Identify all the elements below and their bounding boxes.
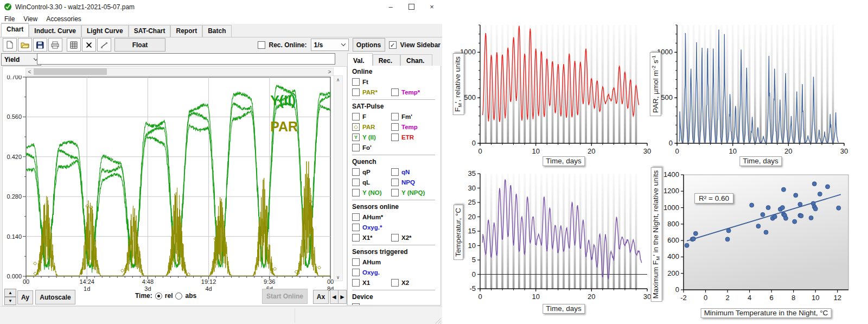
- sidebar-item-par[interactable]: ◇PAR: [352, 123, 391, 131]
- tab-induct-curve[interactable]: Induct. Curve: [29, 25, 81, 37]
- checkbox[interactable]: [352, 113, 360, 120]
- checkbox[interactable]: [352, 224, 360, 231]
- float-button[interactable]: Float: [114, 38, 165, 52]
- sidebar-item-x1[interactable]: X1: [352, 279, 391, 287]
- menu-view[interactable]: View: [19, 15, 42, 23]
- sidebar-item-fo[interactable]: Fo': [352, 144, 391, 151]
- checkbox[interactable]: [391, 234, 399, 242]
- tab-batch[interactable]: Batch: [202, 25, 231, 37]
- sidebar-item-batt[interactable]: Batt.: [352, 303, 391, 306]
- series-formula-input[interactable]: [37, 53, 335, 65]
- maximize-button[interactable]: [401, 0, 422, 14]
- checkbox[interactable]: [391, 113, 399, 120]
- vertical-scrollbar[interactable]: ∧ ∨: [334, 75, 343, 281]
- sidebar-item-ahum[interactable]: AHum: [352, 258, 391, 266]
- sidebar-item-temp[interactable]: Temp*: [391, 88, 430, 96]
- checkbox[interactable]: [391, 179, 399, 186]
- grid-toggle-button[interactable]: [67, 38, 81, 52]
- checkbox[interactable]: [352, 258, 360, 266]
- main-chart-svg[interactable]: 0.0000.1400.2800.4200.5600.7000014:241d4…: [3, 75, 335, 293]
- sidebar-tab-rec[interactable]: Rec.: [373, 54, 400, 66]
- time-label: Time:: [135, 292, 152, 300]
- time-abs-radio[interactable]: [175, 293, 182, 300]
- checkbox[interactable]: [391, 123, 399, 131]
- sidebar-item-qn[interactable]: qN: [391, 168, 430, 176]
- open-file-button[interactable]: [18, 38, 32, 52]
- y-shift-down-button[interactable]: ▼: [4, 297, 16, 305]
- sidebar-item-oxyg[interactable]: Oxyg.: [352, 269, 391, 276]
- ay-button[interactable]: Ay: [17, 290, 33, 304]
- checkbox-label: Y (NO): [362, 189, 382, 196]
- checkbox[interactable]: [352, 179, 360, 186]
- checkbox[interactable]: [352, 189, 360, 196]
- checkbox[interactable]: [352, 279, 360, 287]
- sidebar-item-x2[interactable]: X2*: [391, 234, 430, 242]
- sidebar-tab-val[interactable]: Val.: [347, 53, 373, 66]
- sidebar-item-qp[interactable]: qP: [352, 168, 391, 176]
- sidebar-item-fm[interactable]: Fm': [391, 113, 430, 120]
- ax-button[interactable]: Ax: [313, 290, 329, 304]
- options-button[interactable]: Options: [353, 38, 385, 52]
- section-divider: [352, 290, 435, 290]
- checkbox[interactable]: [352, 213, 360, 221]
- sidebar-item-ynpq[interactable]: Y (NPQ): [391, 189, 430, 196]
- sidebar-item-ft[interactable]: Ft: [352, 78, 391, 86]
- checkbox[interactable]: Y: [352, 134, 360, 141]
- checkbox[interactable]: [352, 234, 360, 242]
- sidebar-tab-chan[interactable]: Chan.: [400, 54, 432, 66]
- checkbox[interactable]: [352, 144, 360, 151]
- sidebar-item-npq[interactable]: NPQ: [391, 179, 430, 186]
- sidebar-item-par[interactable]: PAR*: [352, 88, 391, 96]
- line-style-button[interactable]: [97, 38, 111, 52]
- checkbox[interactable]: [352, 78, 360, 86]
- checkbox[interactable]: [391, 279, 399, 287]
- sidebar-item-f[interactable]: F: [352, 113, 391, 120]
- tab-chart[interactable]: Chart: [1, 23, 29, 37]
- checkbox[interactable]: [352, 168, 360, 176]
- section-title: Online: [352, 68, 436, 77]
- checkbox[interactable]: [352, 88, 360, 96]
- minimize-button[interactable]: –: [380, 0, 401, 14]
- print-button[interactable]: [48, 38, 62, 52]
- sidebar-item-oxyg[interactable]: Oxyg.*: [352, 224, 391, 231]
- sidebar-item-ql[interactable]: qL: [352, 179, 391, 186]
- checkbox[interactable]: [391, 134, 399, 141]
- delete-curve-button[interactable]: [82, 38, 96, 52]
- tab-light-curve[interactable]: Light Curve: [81, 25, 129, 37]
- close-button[interactable]: ×: [422, 0, 442, 14]
- checkbox[interactable]: [352, 269, 360, 276]
- checkbox[interactable]: [391, 168, 399, 176]
- y-shift-up-button[interactable]: ▲: [4, 289, 16, 297]
- save-button[interactable]: [33, 38, 47, 52]
- sidebar-item-yno[interactable]: Y (NO): [352, 189, 391, 196]
- view-sidebar-checkbox[interactable]: ✓: [389, 41, 397, 49]
- sidebar-item-x1[interactable]: X1*: [352, 234, 391, 242]
- tab-report[interactable]: Report: [170, 25, 202, 37]
- rate-select[interactable]: 1/s: [311, 39, 349, 51]
- sidebar-item-yii[interactable]: YY (II): [352, 134, 391, 141]
- time-rel-radio[interactable]: [155, 293, 162, 300]
- sidebar-item-x2[interactable]: X2: [391, 279, 430, 287]
- menu-accessories[interactable]: Accessories: [42, 15, 86, 23]
- new-file-button[interactable]: [3, 38, 17, 52]
- resize-grip[interactable]: [435, 317, 441, 323]
- x-shift-left-button[interactable]: ◀: [330, 290, 339, 304]
- autoscale-button[interactable]: Autoscale: [35, 290, 75, 304]
- horizontal-scrollbar[interactable]: < >: [25, 68, 334, 76]
- sidebar-item-temp[interactable]: Temp: [391, 123, 430, 131]
- tab-sat-chart[interactable]: SAT-Chart: [129, 25, 171, 37]
- rec-online-checkbox[interactable]: [258, 41, 265, 49]
- sidebar-item-etr[interactable]: ETR: [391, 134, 430, 141]
- menu-file[interactable]: File: [0, 15, 19, 23]
- wincontrol-window: WinControl-3.30 - walz1-2021-05-07.pam –…: [0, 0, 443, 324]
- svg-text:20: 20: [588, 147, 595, 155]
- section-title: Device: [352, 293, 436, 302]
- start-online-button[interactable]: Start Online: [262, 289, 308, 304]
- sidebar-item-ahum[interactable]: AHum*: [352, 213, 391, 221]
- checkbox[interactable]: [352, 303, 360, 306]
- checkbox[interactable]: [391, 88, 399, 96]
- series-type-select[interactable]: Yield: [1, 53, 41, 66]
- checkbox[interactable]: ◇: [352, 123, 360, 131]
- x-shift-right-button[interactable]: ▶: [338, 290, 347, 304]
- checkbox[interactable]: [391, 189, 399, 196]
